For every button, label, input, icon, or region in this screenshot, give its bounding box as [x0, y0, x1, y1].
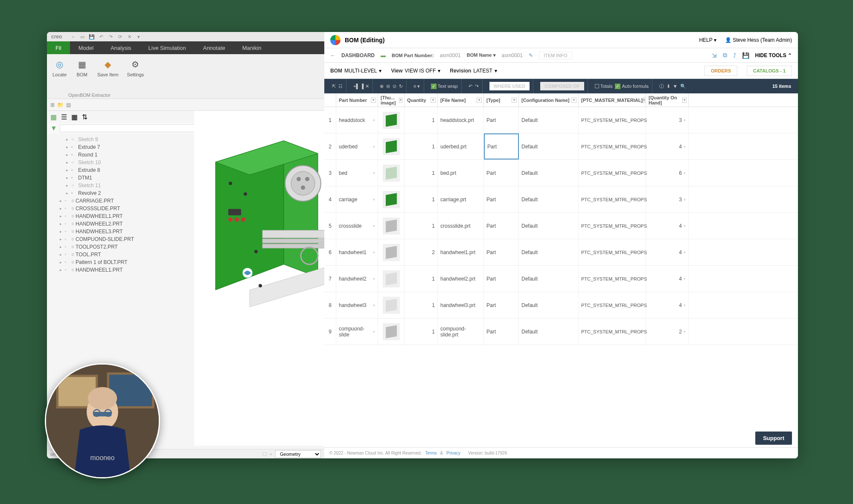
tree-view-icon[interactable]: ☷	[338, 84, 343, 89]
cell-quantity[interactable]: 1	[405, 266, 438, 292]
where-used-button[interactable]: WHERE USED	[489, 82, 530, 90]
item-info-button[interactable]: ITEM INFO	[539, 52, 572, 59]
cell-part-number[interactable]: uderbed ▾	[336, 133, 378, 159]
menu-tab-fil[interactable]: Fil	[47, 41, 70, 54]
add-row-icon[interactable]: ⊕	[380, 84, 384, 89]
cell-quantity[interactable]: 1	[405, 213, 438, 239]
cell-part-number[interactable]: carriage ▾	[336, 186, 378, 212]
undo-icon[interactable]: ↶	[98, 33, 105, 40]
cell-filename[interactable]: handwheel3.prt	[438, 292, 484, 318]
redo-icon[interactable]: ↷	[107, 33, 114, 40]
col-type[interactable]: [Type]▾	[484, 93, 519, 107]
cell-type[interactable]: Part	[484, 133, 519, 159]
cell-filename[interactable]: uderbed.prt	[438, 133, 484, 159]
cell-thumbnail[interactable]	[378, 239, 405, 265]
filter-icon[interactable]: ▾	[512, 98, 517, 103]
cell-material[interactable]: PTC_SYSTEM_MTRL_PROPS	[579, 319, 646, 345]
table-row[interactable]: 1headdstock ▾1headdstock.prtPartDefaultP…	[324, 107, 798, 133]
privacy-link[interactable]: Privacy	[446, 451, 460, 455]
cell-filename[interactable]: crossslide.prt	[438, 213, 484, 239]
cell-config[interactable]: Default	[519, 107, 579, 133]
support-button[interactable]: Support	[755, 432, 792, 445]
cell-filename[interactable]: headdstock.prt	[438, 107, 484, 133]
cell-config[interactable]: Default	[519, 266, 579, 292]
share-icon[interactable]: ⤴	[733, 52, 736, 59]
totals-toggle[interactable]: Totals	[595, 84, 613, 89]
cell-config[interactable]: Default	[519, 133, 579, 159]
menu-tab-model[interactable]: Model	[70, 41, 102, 54]
filter-icon[interactable]: ▼	[673, 84, 678, 89]
table-row[interactable]: 4carriage ▾1carriage.prtPartDefaultPTC_S…	[324, 186, 798, 213]
cell-thumbnail[interactable]	[378, 186, 405, 212]
status-icon-1[interactable]: ⬚	[262, 451, 267, 457]
menu-tab-annotate[interactable]: Annotate	[195, 41, 234, 54]
remove-row-icon[interactable]: ⊖	[386, 84, 390, 89]
col-config[interactable]: [Configuration Name]▾	[519, 93, 579, 107]
cell-type[interactable]: Part	[484, 292, 519, 318]
cell-quantity[interactable]: 1	[405, 292, 438, 318]
cell-thumbnail[interactable]	[378, 292, 405, 318]
layers-icon[interactable]: ▤	[66, 102, 71, 108]
view-select[interactable]: View VIEW IS OFF ▾	[391, 68, 440, 74]
col-thumbnail[interactable]: [Thu... image]▾	[378, 93, 405, 107]
col-qty-on-hand[interactable]: [Quantity On Hand]▾	[646, 93, 689, 107]
cell-qty-on-hand[interactable]: 4 ▾	[646, 266, 689, 292]
remove-col-icon[interactable]: ▌✕	[362, 84, 369, 89]
col-quantity[interactable]: Quantity▾	[405, 93, 438, 107]
filter-icon[interactable]: ▾	[431, 98, 436, 103]
composed-of-button[interactable]: COMPOSED OF	[540, 82, 584, 90]
cell-config[interactable]: Default	[519, 292, 579, 318]
cell-material[interactable]: PTC_SYSTEM_MTRL_PROPS	[579, 133, 646, 159]
revision-select[interactable]: Revision LATEST ▾	[450, 68, 497, 74]
save-icon[interactable]: 💾	[742, 52, 749, 59]
cell-config[interactable]: Default	[519, 160, 579, 186]
cell-material[interactable]: PTC_SYSTEM_MTRL_PROPS	[579, 213, 646, 239]
add-col-icon[interactable]: +▌	[353, 84, 359, 89]
save-icon[interactable]: 💾	[88, 33, 95, 40]
cell-part-number[interactable]: headdstock ▾	[336, 107, 378, 133]
viewport-3d[interactable]	[194, 111, 324, 446]
orders-button[interactable]: ORDERS	[705, 66, 737, 76]
filter-icon[interactable]: ▾	[371, 98, 376, 103]
bom-name-label[interactable]: BOM Name ▾	[467, 52, 496, 58]
cell-config[interactable]: Default	[519, 239, 579, 265]
filter-icon[interactable]: ▾	[571, 98, 576, 103]
view-icon[interactable]: ▦	[50, 113, 57, 121]
cell-part-number[interactable]: handwheel2 ▾	[336, 266, 378, 292]
table-row[interactable]: 6handwheel1 ▾2handwheel1.prtPartDefaultP…	[324, 239, 798, 266]
cell-qty-on-hand[interactable]: 6 ▾	[646, 160, 689, 186]
table-row[interactable]: 3bed ▾1bed.prtPartDefaultPTC_SYSTEM_MTRL…	[324, 160, 798, 186]
cell-material[interactable]: PTC_SYSTEM_MTRL_PROPS	[579, 186, 646, 212]
cell-type[interactable]: Part	[484, 319, 519, 345]
user-menu[interactable]: 👤 Steve Hess (Team Admin)	[725, 37, 792, 43]
grid-icon[interactable]: ▦	[71, 113, 78, 121]
help-menu[interactable]: HELP ▾	[699, 37, 716, 43]
cell-config[interactable]: Default	[519, 213, 579, 239]
cell-type[interactable]: Part	[484, 160, 519, 186]
cell-qty-on-hand[interactable]: 4 ▾	[646, 292, 689, 318]
col-material[interactable]: [PTC_MASTER_MATERIAL]▾	[579, 93, 646, 107]
cell-part-number[interactable]: handwheel3 ▾	[336, 292, 378, 318]
filter-icon[interactable]: ▾	[477, 98, 482, 103]
cell-quantity[interactable]: 1	[405, 186, 438, 212]
cell-thumbnail[interactable]	[378, 107, 405, 133]
cell-quantity[interactable]: 1	[405, 133, 438, 159]
refresh-icon[interactable]: ↻	[399, 84, 403, 89]
cell-filename[interactable]: handwheel2.prt	[438, 266, 484, 292]
hierarchy-icon[interactable]: ⇱	[332, 84, 336, 89]
cell-qty-on-hand[interactable]: 4 ▾	[646, 133, 689, 159]
bom-level-select[interactable]: BOM MULTI-LEVEL ▾	[330, 68, 381, 74]
tree-icon[interactable]: ⊞	[50, 102, 55, 108]
sort-icon[interactable]: ⇅	[82, 113, 87, 121]
cell-qty-on-hand[interactable]: 3 ▾	[646, 186, 689, 212]
cell-material[interactable]: PTC_SYSTEM_MTRL_PROPS	[579, 107, 646, 133]
cell-material[interactable]: PTC_SYSTEM_MTRL_PROPS	[579, 160, 646, 186]
cell-qty-on-hand[interactable]: 3 ▾	[646, 107, 689, 133]
menu-tab-live simulation[interactable]: Live Simulation	[140, 41, 195, 54]
cell-thumbnail[interactable]	[378, 266, 405, 292]
download-icon[interactable]: ⬇	[667, 84, 670, 89]
cell-qty-on-hand[interactable]: 4 ▾	[646, 239, 689, 265]
info-icon[interactable]: ⓘ	[659, 83, 664, 90]
cell-thumbnail[interactable]	[378, 319, 405, 345]
regen-icon[interactable]: ⟳	[116, 33, 123, 40]
